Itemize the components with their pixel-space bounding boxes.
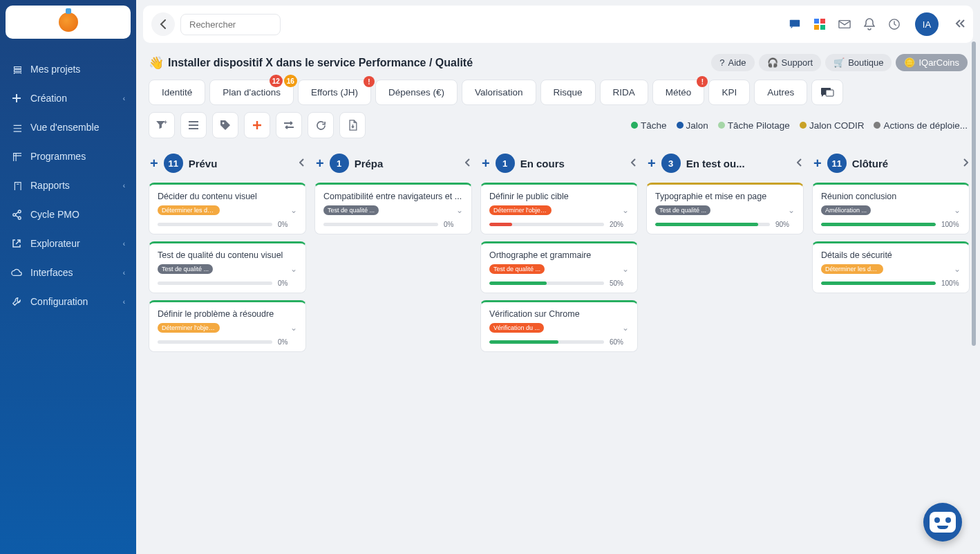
add-card-button[interactable]: +: [482, 156, 490, 172]
chevron-left-icon: ‹: [123, 298, 125, 306]
chevron-down-icon[interactable]: ⌄: [290, 205, 297, 215]
chevron-down-icon[interactable]: ⌄: [290, 264, 297, 274]
export-button[interactable]: [339, 112, 366, 138]
card-tag: Test de qualité ...: [655, 205, 710, 215]
nav-label: Configuration: [30, 296, 88, 307]
sidebar-item-configuration[interactable]: Configuration ‹: [6, 288, 131, 315]
column-collapse-button[interactable]: [631, 158, 637, 169]
kanban-card[interactable]: Vérification sur Chrome Vérification du …: [480, 300, 638, 352]
column-collapse-button[interactable]: [299, 158, 305, 169]
sidebar-item-vue-d-ensemble[interactable]: Vue d'ensemble: [6, 113, 131, 141]
tab-identit-[interactable]: Identité: [149, 80, 205, 105]
iqarcoins-button[interactable]: 🪙IQarCoins: [896, 54, 968, 71]
svg-point-1: [18, 210, 21, 212]
aide-button[interactable]: ?Aide: [711, 54, 754, 71]
add-button[interactable]: [244, 112, 270, 138]
column-collapse-button[interactable]: [465, 158, 471, 169]
alert-icon: !: [364, 76, 375, 87]
sidebar-item-cycle-pmo[interactable]: Cycle PMO: [6, 201, 131, 228]
chevron-down-icon[interactable]: ⌄: [290, 323, 297, 333]
boutique-button[interactable]: 🛒Boutique: [825, 54, 892, 71]
card-tag: Test de qualité ...: [323, 205, 379, 215]
legend-label: Jalon CODIR: [809, 120, 865, 131]
kanban-card[interactable]: Typographie et mise en page Test de qual…: [646, 183, 804, 234]
tab-autres[interactable]: Autres: [754, 80, 807, 105]
button-icon: 🎧: [767, 57, 778, 68]
tab-m-t-o[interactable]: Météo!: [652, 80, 705, 105]
search-input[interactable]: [180, 14, 281, 35]
tab-d-penses-[interactable]: Dépenses (€): [375, 80, 458, 105]
tab-plan-d-actions[interactable]: Plan d'actions1216: [209, 80, 294, 105]
kanban-card[interactable]: Compatibilité entre navigateurs et ... T…: [314, 183, 472, 234]
logo-box[interactable]: [6, 6, 131, 39]
card-tag: Déterminer l'objectif: [489, 205, 552, 215]
add-card-button[interactable]: +: [813, 156, 822, 172]
chevron-down-icon[interactable]: ⌄: [954, 205, 961, 215]
nav-icon: [11, 209, 22, 220]
kanban-card[interactable]: Définir le public cible Déterminer l'obj…: [480, 183, 638, 234]
card-title: Définir le problème à résoudre: [158, 309, 297, 319]
add-card-button[interactable]: +: [150, 156, 158, 172]
tab-label: Météo: [666, 87, 692, 98]
sidebar-item-interfaces[interactable]: Interfaces ‹: [6, 259, 131, 286]
nav-label: Mes projets: [30, 64, 80, 75]
add-card-button[interactable]: +: [648, 156, 656, 172]
progress-text: 0%: [278, 279, 297, 287]
chevron-down-icon[interactable]: ⌄: [456, 205, 463, 215]
card-tag: Test de qualité ...: [489, 264, 545, 274]
tag-button[interactable]: [212, 112, 238, 138]
tab-risque[interactable]: Risque: [540, 80, 596, 105]
nav-icon: [11, 64, 22, 75]
sidebar-item-rapports[interactable]: Rapports ‹: [6, 172, 131, 199]
kanban-card[interactable]: Orthographe et grammaire Test de qualité…: [480, 241, 638, 293]
kanban-column: + 3 En test ou... Typographie et mise en…: [646, 151, 804, 540]
refresh-button[interactable]: [308, 112, 334, 138]
progress: 60%: [489, 338, 629, 346]
column-collapse-button[interactable]: [963, 158, 968, 169]
card-title: Vérification sur Chrome: [489, 309, 629, 319]
button-label: Support: [782, 57, 813, 68]
bell-icon[interactable]: [860, 15, 879, 34]
column-label: Prépa: [355, 158, 384, 169]
tab-comments[interactable]: [811, 80, 843, 105]
svg-point-2: [18, 216, 21, 219]
tab-kpi[interactable]: KPI: [708, 80, 750, 105]
list-button[interactable]: [180, 112, 207, 138]
column-collapse-button[interactable]: [797, 158, 802, 169]
support-button[interactable]: 🎧Support: [759, 54, 822, 71]
sidebar-item-explorateur[interactable]: Explorateur ‹: [6, 230, 131, 257]
chat-icon[interactable]: [785, 15, 804, 34]
add-card-button[interactable]: +: [316, 156, 324, 172]
kanban-card[interactable]: Décider du contenu visuel Déterminer les…: [149, 183, 306, 234]
chevron-down-icon[interactable]: ⌄: [622, 323, 629, 333]
legend-item: Jalon: [677, 120, 708, 131]
button-icon: 🛒: [833, 57, 845, 68]
kanban-card[interactable]: Réunion conclusion Amélioration ... ⌄ 10…: [812, 183, 970, 234]
mail-icon[interactable]: [835, 15, 854, 34]
tab-efforts-jh-[interactable]: Efforts (JH)!: [298, 80, 371, 105]
filter-add-button[interactable]: +: [149, 112, 175, 138]
kanban-card[interactable]: Test de qualité du contenu visuel Test d…: [149, 241, 306, 293]
clock-icon[interactable]: [885, 15, 904, 34]
progress: 20%: [489, 221, 629, 228]
swap-button[interactable]: [276, 112, 302, 138]
chevron-down-icon[interactable]: ⌄: [788, 205, 795, 215]
avatar[interactable]: IA: [915, 12, 939, 36]
kanban-card[interactable]: Définir le problème à résoudre Détermine…: [149, 300, 306, 352]
collapse-panel-button[interactable]: [955, 18, 965, 30]
kanban-card[interactable]: Détails de sécurité Déterminer les dét..…: [812, 241, 970, 293]
back-button[interactable]: [151, 12, 175, 36]
apps-icon[interactable]: [810, 15, 829, 34]
sidebar-item-cr-ation[interactable]: Création ‹: [6, 84, 131, 112]
chatbot-fab[interactable]: [923, 503, 962, 542]
sidebar-item-mes-projets[interactable]: Mes projets: [6, 55, 131, 83]
sidebar-item-programmes[interactable]: Programmes: [6, 142, 131, 170]
chevron-down-icon[interactable]: ⌄: [954, 264, 961, 274]
card-title: Test de qualité du contenu visuel: [158, 250, 297, 260]
chevron-down-icon[interactable]: ⌄: [622, 264, 629, 274]
legend-dot-icon: [800, 122, 807, 129]
chevron-down-icon[interactable]: ⌄: [622, 205, 629, 215]
tab-rida[interactable]: RIDA: [600, 80, 648, 105]
tab-valorisation[interactable]: Valorisation: [462, 80, 536, 105]
column-header: + 1 Prépa: [314, 151, 472, 183]
